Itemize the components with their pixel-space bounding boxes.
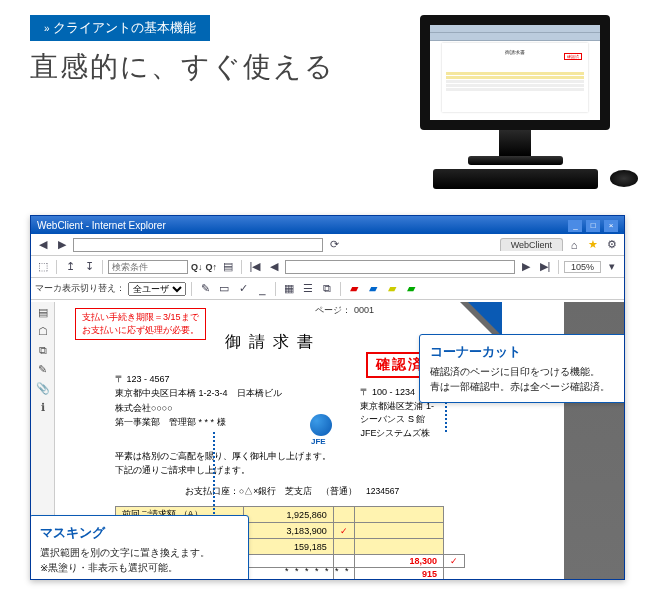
- attach-icon[interactable]: 📎: [36, 382, 50, 395]
- feature-badge-text: クライアントの基本機能: [53, 19, 196, 37]
- close-icon[interactable]: ×: [604, 220, 618, 232]
- dropdown-icon[interactable]: ▾: [604, 259, 620, 275]
- app-icon[interactable]: ⬚: [35, 259, 51, 275]
- document-body: 平素は格別のご高配を賜り、厚く御礼申し上げます。 下記の通りご請求申し上げます。: [115, 450, 331, 477]
- prev-page-icon[interactable]: ◀: [266, 259, 282, 275]
- thumbs-icon[interactable]: ▤: [38, 306, 48, 319]
- monitor-screen: 御請求書 確認済: [420, 15, 610, 130]
- callout-desc: 確認済のページに目印をつける機能。 青は一部確認中。赤は全ページ確認済。: [430, 364, 618, 394]
- browser-tab[interactable]: WebClient: [500, 238, 563, 251]
- zoom-out-button[interactable]: Q↓: [191, 262, 203, 272]
- check-icon[interactable]: ✓: [235, 281, 251, 297]
- window-titlebar: WebClient - Internet Explorer _ □ ×: [31, 216, 624, 234]
- chevron-right-icon: »: [44, 23, 47, 34]
- bookmark-icon[interactable]: ☖: [38, 325, 48, 338]
- grid-icon[interactable]: ▦: [281, 281, 297, 297]
- home-icon[interactable]: ⌂: [566, 237, 582, 253]
- first-page-icon[interactable]: |◀: [247, 259, 263, 275]
- toolbar-row-1: ◀ ▶ ⟳ WebClient ⌂ ★ ⚙: [31, 234, 624, 256]
- notes-icon[interactable]: ✎: [38, 363, 47, 376]
- address-bar[interactable]: [73, 238, 323, 252]
- mouse-icon: [610, 170, 638, 187]
- last-page-icon[interactable]: ▶|: [537, 259, 553, 275]
- callout-desc: 選択範囲を別の文字に置き換えます。 ※黒塗り・非表示も選択可能。: [40, 545, 238, 575]
- highlighter-icon[interactable]: ▭: [216, 281, 232, 297]
- maximize-icon[interactable]: □: [586, 220, 600, 232]
- back-icon[interactable]: ◀: [35, 237, 51, 253]
- forward-icon[interactable]: ▶: [54, 237, 70, 253]
- swatch-green-icon[interactable]: ▰: [403, 281, 419, 297]
- line-icon[interactable]: ⎯: [254, 281, 270, 297]
- masked-text: * * * * * * *: [285, 566, 351, 576]
- toolbar-row-3: マーカ表示切り替え： 全ユーザ ✎ ▭ ✓ ⎯ ▦ ☰ ⧉ ▰ ▰ ▰ ▰: [31, 278, 624, 300]
- monitor-illustration: 御請求書 確認済: [410, 15, 620, 189]
- page-indicator: ページ： 0001: [315, 304, 374, 317]
- toolbar-row-2: ⬚ ↥ ↧ Q↓ Q↑ ▤ |◀ ◀ ▶ ▶| 105% ▾: [31, 256, 624, 278]
- window-title: WebClient - Internet Explorer: [37, 220, 166, 231]
- window-controls[interactable]: _ □ ×: [567, 219, 618, 232]
- bank-info: お支払口座：○△×銀行 芝支店 （普通） 1234567: [185, 486, 399, 498]
- refresh-icon[interactable]: ⟳: [326, 237, 342, 253]
- sender-block: 〒 123 - 4567 東京都中央区日本橋 1-2-3-4 日本橋ビル 株式会…: [115, 372, 282, 430]
- page-input[interactable]: [285, 260, 515, 274]
- zoom-value[interactable]: 105%: [564, 261, 601, 273]
- swatch-yellow-icon[interactable]: ▰: [384, 281, 400, 297]
- doc-icon[interactable]: ▤: [220, 259, 236, 275]
- marker-select[interactable]: 全ユーザ: [128, 282, 186, 296]
- export-icon[interactable]: ↥: [62, 259, 78, 275]
- callout-title: コーナーカット: [430, 343, 618, 361]
- zoom-in-button[interactable]: Q↑: [206, 262, 218, 272]
- marker-label: マーカ表示切り替え：: [35, 282, 125, 295]
- callout-masking: マスキング 選択範囲を別の文字に置き換えます。 ※黒塗り・非表示も選択可能。: [30, 515, 249, 580]
- import-icon[interactable]: ↧: [81, 259, 97, 275]
- minimize-icon[interactable]: _: [568, 220, 582, 232]
- callout-title: マスキング: [40, 524, 238, 542]
- search-input[interactable]: [108, 260, 188, 274]
- stack-icon[interactable]: ⧉: [319, 281, 335, 297]
- favorites-icon[interactable]: ★: [585, 237, 601, 253]
- document-title: 御請求書: [225, 332, 321, 353]
- headline: 直感的に、すぐ使える: [30, 48, 335, 86]
- jfe-logo-text: JFE: [311, 437, 326, 446]
- info-icon[interactable]: ℹ: [41, 401, 45, 414]
- swatch-red-icon[interactable]: ▰: [346, 281, 362, 297]
- list-icon[interactable]: ☰: [300, 281, 316, 297]
- callout-corner-cut: コーナーカット 確認済のページに目印をつける機能。 青は一部確認中。赤は全ページ…: [419, 334, 625, 403]
- swatch-blue-icon[interactable]: ▰: [365, 281, 381, 297]
- keyboard-icon: [433, 169, 598, 189]
- feature-badge: » クライアントの基本機能: [30, 15, 210, 41]
- jfe-logo-icon: [310, 414, 332, 436]
- gear-icon[interactable]: ⚙: [604, 237, 620, 253]
- next-page-icon[interactable]: ▶: [518, 259, 534, 275]
- layers-icon[interactable]: ⧉: [39, 344, 47, 357]
- browser-window: WebClient - Internet Explorer _ □ × ◀ ▶ …: [30, 215, 625, 580]
- pencil-icon[interactable]: ✎: [197, 281, 213, 297]
- alert-note: 支払い手続き期限＝3/15まで お支払いに応ず処理が必要。: [75, 308, 206, 340]
